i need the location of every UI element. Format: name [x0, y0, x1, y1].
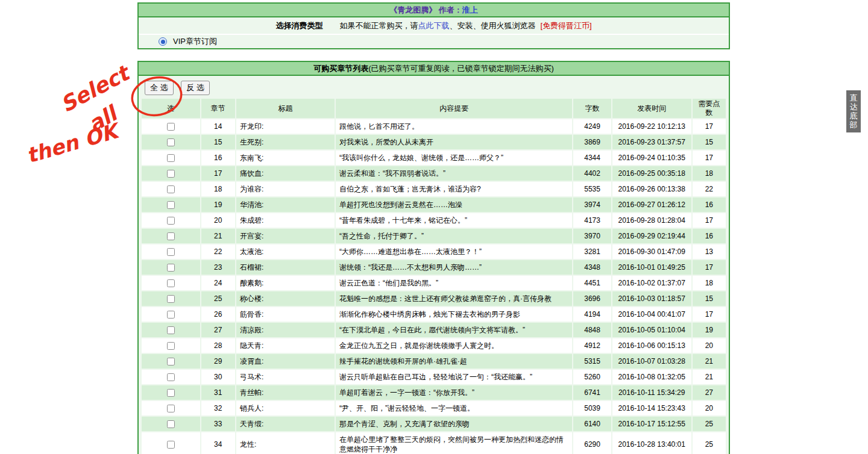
chapter-title: 酿素鹅:	[236, 276, 335, 290]
points-needed: 25	[693, 432, 726, 454]
publish-time: 2016-10-07 01:03:28	[612, 354, 691, 368]
word-count: 6140	[573, 417, 611, 431]
vip-radio-dot	[161, 40, 165, 44]
publish-time: 2016-09-28 01:28:04	[612, 213, 691, 228]
chapter-number: 21	[201, 229, 235, 243]
chapter-checkbox[interactable]	[167, 311, 175, 319]
points-needed: 15	[693, 291, 726, 306]
chapter-checkbox[interactable]	[167, 248, 175, 256]
points-needed: 17	[693, 307, 726, 322]
select-all-button[interactable]: 全 选	[145, 81, 174, 95]
chapter-checkbox[interactable]	[167, 373, 175, 381]
publish-time: 2016-10-06 00:15:13	[612, 338, 691, 353]
chapter-checkbox[interactable]	[167, 405, 175, 412]
publish-time: 2016-10-11 15:34:29	[612, 385, 691, 400]
select-cell	[142, 417, 200, 431]
free-coin-link[interactable]: [免费得晋江币]	[540, 21, 591, 30]
select-cell	[142, 307, 200, 322]
word-count: 4451	[573, 276, 611, 290]
author-label: 作者：	[439, 5, 462, 14]
chapter-title: 开龙印:	[236, 119, 335, 134]
chapter-number: 20	[201, 213, 235, 228]
chapter-checkbox[interactable]	[167, 295, 175, 303]
chapter-summary: “尹、开、阳，”谢云轻轻地、一字一顿道。	[336, 401, 572, 415]
chapter-summary: “吾之性命，托付于卿了。”	[336, 229, 572, 243]
chapter-checkbox[interactable]	[167, 154, 175, 162]
column-header: 发表时间	[612, 99, 691, 118]
chapter-list-box: 可购买章节列表(已购买章节可重复阅读，已锁章节锁定期间无法购买) 全 选 反 选…	[137, 61, 730, 454]
points-needed: 17	[693, 119, 726, 134]
chapter-checkbox[interactable]	[167, 232, 175, 240]
select-cell	[142, 244, 200, 259]
publish-time: 2016-09-27 01:26:12	[612, 197, 691, 212]
chapter-row: 16东南飞:“我该叫你什么，龙姑娘、谢统领，还是……师父？”43442016-0…	[142, 151, 726, 165]
invert-selection-button[interactable]: 反 选	[181, 81, 210, 95]
chapter-checkbox[interactable]	[167, 217, 175, 225]
publish-time: 2016-09-23 01:37:57	[612, 135, 691, 149]
chapter-checkbox[interactable]	[167, 123, 175, 131]
word-count: 4912	[573, 338, 611, 353]
word-count: 5315	[573, 354, 611, 368]
chapter-number: 25	[201, 291, 235, 306]
points-needed: 21	[693, 354, 726, 368]
word-count: 3281	[573, 244, 611, 259]
chapter-table-header-row: 选章节标题内容提要字数发表时间需要点数	[142, 99, 726, 118]
chapter-checkbox[interactable]	[167, 420, 175, 428]
publish-time: 2016-10-14 15:23:43	[612, 401, 691, 415]
chapter-checkbox[interactable]	[167, 389, 175, 397]
column-header: 标题	[236, 99, 335, 118]
points-needed: 22	[693, 182, 726, 196]
chapter-summary: 在单超心里堵了整整三天的烦闷，突然间被另一种更加热烈和迷恋的情意燃烧得干干净净	[336, 432, 572, 454]
chapter-number: 29	[201, 354, 235, 368]
chapter-number: 30	[201, 370, 235, 384]
vip-option-label: VIP章节订阅	[173, 36, 217, 47]
chapter-checkbox[interactable]	[167, 326, 175, 334]
chapter-summary: 谢云正色道：“他们是我的黑。”	[336, 276, 572, 290]
chapter-checkbox[interactable]	[167, 264, 175, 272]
chapter-row: 23石榴裙:谢统领：“我还是……不太想和男人亲吻……”43482016-10-0…	[142, 260, 726, 275]
points-needed: 18	[693, 166, 726, 181]
chapter-checkbox[interactable]	[167, 279, 175, 287]
chapter-checkbox[interactable]	[167, 138, 175, 146]
chapter-number: 15	[201, 135, 235, 149]
chapter-number: 27	[201, 323, 235, 337]
vip-option-row: VIP章节订阅	[139, 35, 729, 48]
chapter-title: 朱成碧:	[236, 213, 335, 228]
word-count: 3970	[573, 229, 611, 243]
author-link[interactable]: 淮上	[462, 5, 478, 14]
points-needed: 19	[693, 323, 726, 337]
points-needed: 16	[693, 197, 726, 212]
chapter-number: 22	[201, 244, 235, 259]
publish-time: 2016-09-25 00:35:18	[612, 166, 691, 181]
select-cell	[142, 260, 200, 275]
chapter-checkbox[interactable]	[167, 441, 175, 449]
chapter-number: 31	[201, 385, 235, 400]
chapter-checkbox[interactable]	[167, 170, 175, 178]
column-header: 需要点数	[693, 99, 726, 118]
chapter-checkbox[interactable]	[167, 185, 175, 193]
go-to-bottom-button[interactable]: 直达底部	[846, 90, 861, 132]
chapter-checkbox[interactable]	[167, 358, 175, 365]
word-count: 3696	[573, 291, 611, 306]
chapter-summary: 谢云只听单超贴在自己耳边，轻轻地说了一句：“我还能赢。”	[336, 370, 572, 384]
select-cell	[142, 370, 200, 384]
chapter-number: 14	[201, 119, 235, 134]
chapter-checkbox[interactable]	[167, 201, 175, 209]
chapter-number: 16	[201, 151, 235, 165]
chapter-row: 19华清池:单超打死也没想到谢云竟然在……泡澡39742016-09-27 01…	[142, 197, 726, 212]
publish-time: 2016-09-24 01:10:35	[612, 151, 691, 165]
vip-radio[interactable]	[159, 37, 167, 46]
publish-time: 2016-09-30 01:47:09	[612, 244, 691, 259]
word-count: 6741	[573, 385, 611, 400]
download-link[interactable]: 点此下载	[418, 21, 449, 30]
chapter-checkbox[interactable]	[167, 342, 175, 350]
chapter-summary: “在下漠北单超，今日在此，愿代谢统领向宇文将军请教。”	[336, 323, 572, 337]
select-cell	[142, 166, 200, 181]
chapter-row: 14开龙印:跟他说，匕首不用还了。42492016-09-22 10:12:13…	[142, 119, 726, 134]
chapter-title: 称心楼:	[236, 291, 335, 306]
chapter-summary: 辣手摧花的谢统领和开屏的单·雄孔雀·超	[336, 354, 572, 368]
chapter-row: 26筋骨香:渐渐化作称心楼中绣房床帏，烛光下褪去衣袍的男子身影41942016-…	[142, 307, 726, 322]
consume-type-row: 选择消费类型如果不能正常购买，请点此下载、安装、使用火狐浏览器[免费得晋江币]	[139, 17, 729, 35]
chapter-title: 生死别:	[236, 135, 335, 149]
chapter-title: 天青缎:	[236, 417, 335, 431]
